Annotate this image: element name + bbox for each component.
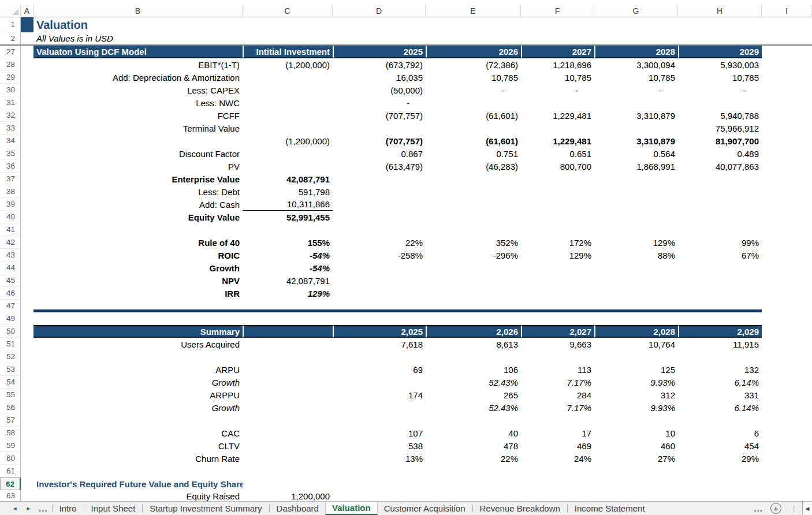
cell-B27[interactable]: Valuaton Using DCF Model (33, 46, 243, 58)
cell-B41[interactable] (33, 223, 243, 236)
cell-H50[interactable]: 2,029 (678, 325, 762, 338)
cell-D32[interactable]: (707,757) (333, 109, 426, 122)
cell-C28[interactable]: (1,200,000) (243, 58, 333, 71)
cell-B61[interactable] (33, 465, 243, 477)
sheet-tab-income-statement[interactable]: Income Statement (568, 502, 651, 515)
cell-G33[interactable] (594, 122, 678, 135)
cell-B49[interactable] (33, 312, 243, 325)
cell-E36[interactable]: (46,283) (426, 160, 521, 173)
row-header-49[interactable]: 49 (0, 312, 21, 325)
cell-F27[interactable]: 2027 (521, 46, 594, 58)
cell-H36[interactable]: 40,077,863 (678, 160, 762, 173)
cell-A38[interactable] (21, 185, 33, 198)
cell-F38[interactable] (521, 185, 594, 198)
cell-E33[interactable] (426, 122, 521, 135)
sheet-tab-intro[interactable]: Intro (53, 502, 83, 515)
row-header-57[interactable]: 57 (0, 414, 21, 427)
cell-G40[interactable] (594, 211, 678, 223)
cell-C29[interactable] (243, 71, 333, 84)
cell-H54[interactable]: 6.14% (678, 376, 762, 389)
cell-G42[interactable]: 129% (594, 236, 678, 249)
cell-H30[interactable]: - (678, 84, 762, 96)
cell-D45[interactable] (333, 274, 426, 287)
cell-F53[interactable]: 113 (521, 363, 594, 376)
row-header-50[interactable]: 50 (0, 325, 21, 338)
cell-E2[interactable] (426, 32, 521, 44)
sheet-tab-revenue-breakdown[interactable]: Revenue Breakdown (474, 502, 567, 515)
cell-E60[interactable]: 22% (426, 452, 521, 465)
cell-H45[interactable] (678, 274, 762, 287)
cell-A31[interactable] (21, 96, 33, 109)
cell-E55[interactable]: 265 (426, 389, 521, 401)
cell-B45[interactable]: NPV (33, 274, 243, 287)
cell-H60[interactable]: 29% (678, 452, 762, 465)
cell-H35[interactable]: 0.489 (678, 147, 762, 160)
cell-B43[interactable]: ROIC (33, 249, 243, 262)
row-header-30[interactable]: 30 (0, 84, 21, 96)
cell-D27[interactable]: 2025 (333, 46, 426, 58)
cell-F63[interactable] (521, 490, 594, 501)
cell-A54[interactable] (21, 376, 33, 389)
cell-C40[interactable]: 52,991,455 (243, 211, 333, 223)
add-sheet-button[interactable]: + (770, 503, 781, 514)
cell-F59[interactable]: 469 (521, 439, 594, 452)
sheet-tab-input-sheet[interactable]: Input Sheet (85, 502, 142, 515)
cell-B28[interactable]: EBIT*(1-T) (33, 58, 243, 71)
cell-D63[interactable] (333, 490, 426, 501)
cell-F51[interactable]: 9,663 (521, 338, 594, 350)
cell-B2[interactable]: All Values is in USD (33, 32, 243, 44)
cell-D39[interactable] (333, 198, 426, 211)
cell-F49[interactable] (521, 312, 594, 325)
cell-D1[interactable] (333, 17, 426, 32)
cell-C53[interactable] (243, 363, 333, 376)
row-header-36[interactable]: 36 (0, 160, 21, 173)
cell-D52[interactable] (333, 350, 426, 363)
cell-E44[interactable] (426, 262, 521, 274)
cell-A44[interactable] (21, 262, 33, 274)
cell-H41[interactable] (678, 223, 762, 236)
cell-F45[interactable] (521, 274, 594, 287)
cell-H33[interactable]: 75,966,912 (678, 122, 762, 135)
cell-A61[interactable] (21, 465, 33, 477)
cell-D28[interactable]: (673,792) (333, 58, 426, 71)
cell-A33[interactable] (21, 122, 33, 135)
tabs-overflow-left[interactable]: ... (35, 502, 51, 515)
cell-D29[interactable]: 16,035 (333, 71, 426, 84)
cell-G35[interactable]: 0.564 (594, 147, 678, 160)
column-header-D[interactable]: D (333, 5, 426, 17)
row-header-40[interactable]: 40 (0, 211, 21, 223)
cell-B42[interactable]: Rule of 40 (33, 236, 243, 249)
cell-B63[interactable]: Equity Raised (33, 490, 243, 501)
cell-B30[interactable]: Less: CAPEX (33, 84, 243, 96)
cell-A30[interactable] (21, 84, 33, 96)
cell-C52[interactable] (243, 350, 333, 363)
cell-E30[interactable]: - (426, 84, 521, 96)
cell-D30[interactable]: (50,000) (333, 84, 426, 96)
cell-A43[interactable] (21, 249, 33, 262)
cell-G58[interactable]: 10 (594, 427, 678, 439)
cell-H59[interactable]: 454 (678, 439, 762, 452)
prev-sheet-icon[interactable]: ◂ (8, 502, 22, 515)
cell-H58[interactable]: 6 (678, 427, 762, 439)
cell-F34[interactable]: 1,229,481 (521, 135, 594, 147)
cell-D53[interactable]: 69 (333, 363, 426, 376)
cell-F55[interactable]: 284 (521, 389, 594, 401)
cell-H37[interactable] (678, 173, 762, 185)
sheet-tab-customer-acquisition[interactable]: Customer Acquisition (378, 502, 472, 515)
row-header-35[interactable]: 35 (0, 147, 21, 160)
row-header-37[interactable]: 37 (0, 173, 21, 185)
cell-H51[interactable]: 11,915 (678, 338, 762, 350)
cell-E54[interactable]: 52.43% (426, 376, 521, 389)
cell-A57[interactable] (21, 414, 33, 427)
cell-A39[interactable] (21, 198, 33, 211)
cell-A51[interactable] (21, 338, 33, 350)
cell-C47[interactable] (243, 300, 333, 312)
cell-F37[interactable] (521, 173, 594, 185)
cell-F54[interactable]: 7.17% (521, 376, 594, 389)
cell-A28[interactable] (21, 58, 33, 71)
cell-C58[interactable] (243, 427, 333, 439)
cell-A2[interactable] (21, 32, 33, 44)
cell-E59[interactable]: 478 (426, 439, 521, 452)
cell-A45[interactable] (21, 274, 33, 287)
cell-H61[interactable] (678, 465, 762, 477)
